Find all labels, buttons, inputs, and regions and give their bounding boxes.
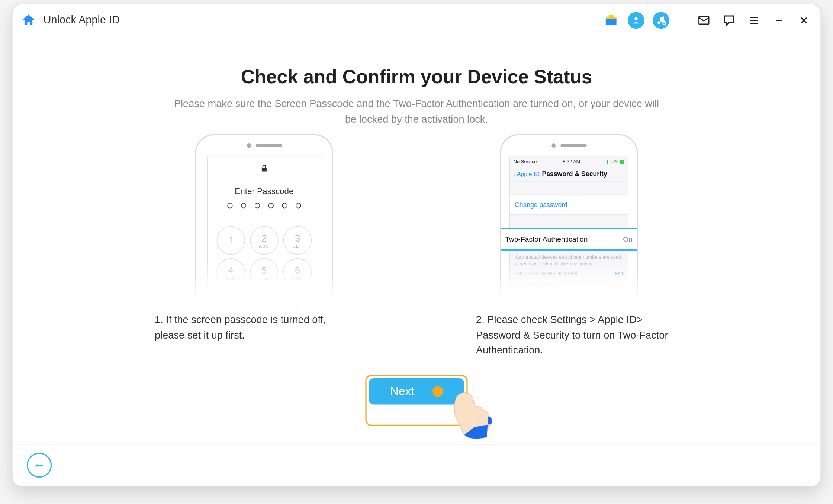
profile-icon[interactable]: [628, 12, 644, 29]
back-button[interactable]: ←: [27, 452, 52, 477]
content: Check and Confirm your Device Status Ple…: [13, 36, 821, 443]
tfa-hint: Your trusted devices and phone numbers a…: [510, 251, 628, 269]
nav-back: ‹ Apple ID: [514, 171, 540, 177]
chat-icon[interactable]: [721, 12, 737, 29]
keypad-key: 9: [283, 290, 312, 307]
trusted-phone-number: +86 158 1387 3241: [510, 279, 628, 290]
phone-passcode: Enter Passcode 12ABC3DEF4GHI5JKL6MNO789: [195, 134, 333, 307]
svg-rect-15: [262, 168, 267, 171]
keypad-key: 1: [216, 226, 245, 255]
mail-icon[interactable]: [695, 12, 712, 29]
titlebar: Unlock Apple ID: [13, 4, 821, 36]
svg-rect-2: [609, 15, 614, 17]
svg-point-4: [657, 21, 660, 23]
phones-row: Enter Passcode 12ABC3DEF4GHI5JKL6MNO789 …: [66, 134, 767, 307]
svg-line-7: [665, 24, 666, 26]
status-battery: 77%: [610, 159, 620, 164]
toolbox-icon[interactable]: [603, 12, 620, 29]
heading: Check and Confirm your Device Status: [66, 66, 767, 88]
status-carrier: No Service: [514, 159, 537, 164]
keypad: 12ABC3DEF4GHI5JKL6MNO789: [208, 226, 321, 307]
keypad-key: 4GHI: [216, 258, 245, 287]
enter-passcode-label: Enter Passcode: [208, 186, 321, 196]
close-button[interactable]: [795, 12, 812, 29]
keypad-key: 8: [250, 290, 279, 307]
svg-point-3: [634, 17, 638, 20]
phone-settings: No Service 8:22 AM ▮ 77%▮▮ ‹ Apple ID Pa…: [500, 134, 638, 307]
tfa-value: On: [623, 235, 633, 243]
two-factor-highlight: Two-Factor Authentication On: [500, 228, 638, 251]
next-button-label: Next: [390, 384, 415, 398]
toolbar: [603, 12, 812, 29]
keypad-key: 5JKL: [250, 258, 279, 287]
change-password-row: Change password: [510, 195, 628, 215]
caption-2: 2. Please check Settings > Apple ID> Pas…: [476, 312, 678, 358]
home-icon[interactable]: [21, 12, 36, 28]
keypad-key: 6MNO: [283, 258, 312, 287]
touch-indicator-icon: [432, 386, 443, 397]
passcode-dots: [208, 203, 321, 208]
subtitle: Please make sure the Screen Passcode and…: [173, 97, 660, 127]
edit-link: Edit: [615, 271, 623, 276]
keypad-key: 7: [216, 290, 245, 307]
trusted-phone-section: TRUSTED PHONE NUMBER: [515, 271, 578, 276]
minimize-button[interactable]: [771, 12, 787, 29]
next-button-highlight: Next: [365, 375, 467, 426]
next-button[interactable]: Next: [369, 378, 464, 404]
app-window: Unlock Apple ID: [12, 4, 821, 486]
nav-title: Password & Security: [542, 170, 607, 177]
music-search-icon[interactable]: [653, 12, 669, 29]
tfa-label: Two-Factor Authentication: [505, 235, 588, 243]
keypad-key: 3DEF: [283, 226, 312, 255]
caption-1: 1. If the screen passcode is turned off,…: [155, 312, 357, 358]
page-title: Unlock Apple ID: [44, 14, 120, 26]
keypad-key: 2ABC: [250, 226, 279, 255]
menu-icon[interactable]: [746, 12, 762, 29]
footer: ←: [13, 443, 821, 486]
lock-icon: [208, 164, 321, 173]
status-time: 8:22 AM: [563, 159, 580, 164]
captions: 1. If the screen passcode is turned off,…: [66, 312, 767, 358]
